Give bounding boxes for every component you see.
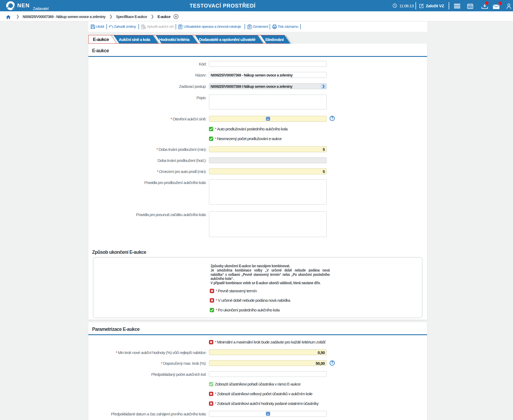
- svg-text:Hodnotící kritéria: Hodnotící kritéria: [159, 37, 190, 42]
- svg-text:Dodavatelé a oprávnění uživate: Dodavatelé a oprávnění uživatelé: [199, 37, 255, 42]
- svg-text:E-aukce: E-aukce: [93, 37, 109, 42]
- svg-text:Sledování: Sledování: [265, 37, 284, 42]
- svg-text:Aukční síně a kola: Aukční síně a kola: [119, 37, 150, 42]
